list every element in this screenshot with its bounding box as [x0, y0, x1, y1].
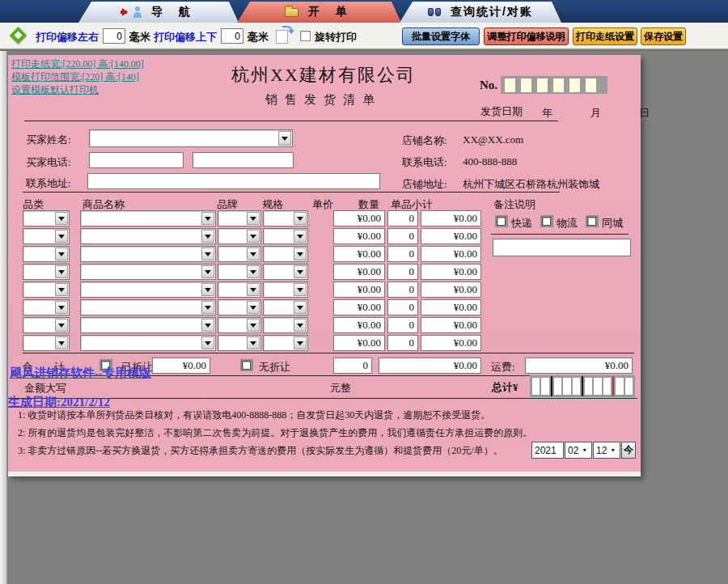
year-field[interactable]: 2021	[531, 442, 564, 459]
unit-price-input[interactable]	[333, 210, 385, 226]
remark-input[interactable]	[493, 239, 631, 256]
total-amount-input[interactable]	[379, 358, 481, 374]
today-button[interactable]: 今	[621, 442, 636, 459]
same-city-checkbox[interactable]	[586, 215, 599, 227]
qty-input[interactable]	[387, 264, 418, 280]
logistics-checkbox[interactable]	[540, 215, 553, 227]
col-header-unit-price: 单价	[312, 197, 333, 212]
buyer-phone-input-2[interactable]	[193, 152, 294, 168]
express-checkbox[interactable]	[495, 215, 508, 227]
product-select[interactable]	[80, 210, 216, 226]
spec-select[interactable]	[263, 228, 308, 244]
spec-select[interactable]	[263, 335, 308, 351]
brand-select[interactable]	[218, 299, 261, 315]
unit-price-input[interactable]	[333, 228, 385, 244]
unit-price-input[interactable]	[333, 281, 385, 298]
save-settings-button[interactable]: 保存设置	[641, 28, 686, 45]
paper-feed-settings-button[interactable]: 打印走纸设置	[573, 28, 637, 45]
product-select[interactable]	[80, 317, 216, 333]
buyer-phone-input-1[interactable]	[89, 152, 184, 168]
category-select[interactable]	[23, 210, 70, 226]
subtotal-input[interactable]	[421, 281, 481, 298]
product-select[interactable]	[80, 246, 216, 262]
spec-select[interactable]	[263, 210, 308, 226]
generated-date-link[interactable]: 生成日期:2021/2/12	[8, 395, 110, 410]
qty-input[interactable]	[387, 210, 418, 226]
brand-select[interactable]	[218, 264, 261, 280]
unit-price-input[interactable]	[333, 335, 385, 351]
brand-select[interactable]	[218, 228, 261, 244]
buyer-address-label: 联系地址:	[26, 176, 71, 191]
template-range-link[interactable]: 模板打印范围宽:[220] 高:[140]	[11, 70, 139, 84]
month-field[interactable]: 02▼	[565, 442, 592, 459]
freight-input[interactable]	[525, 358, 633, 374]
store-name-label: 店铺名称:	[402, 133, 447, 148]
brand-select[interactable]	[218, 281, 261, 298]
category-select[interactable]	[23, 281, 70, 298]
unit-price-input[interactable]	[333, 264, 385, 280]
qty-input[interactable]	[387, 299, 418, 315]
qty-input[interactable]	[387, 335, 418, 351]
category-select[interactable]	[23, 317, 70, 333]
tab-query-statistics[interactable]: 查询统计/对账	[400, 2, 561, 23]
day-field[interactable]: 12▼	[593, 442, 620, 459]
product-select[interactable]	[80, 281, 216, 298]
tab-billing-label: 开 单	[308, 5, 353, 19]
category-select[interactable]	[23, 335, 70, 351]
subtotal-input[interactable]	[421, 317, 481, 333]
subtotal-input[interactable]	[421, 210, 481, 226]
category-select[interactable]	[23, 264, 70, 280]
brand-select[interactable]	[218, 210, 261, 226]
subtotal-input[interactable]	[421, 335, 481, 351]
no-discount-checkbox[interactable]	[240, 359, 253, 371]
unit-price-input[interactable]	[333, 299, 385, 315]
tab-navigation[interactable]: 导 航	[78, 2, 239, 23]
spec-select[interactable]	[263, 317, 308, 333]
offset-lr-input[interactable]	[103, 28, 125, 44]
qty-input[interactable]	[387, 281, 418, 298]
category-select[interactable]	[23, 228, 70, 244]
freight-label: 运费:	[491, 360, 515, 375]
chevron-down-icon[interactable]	[278, 131, 291, 146]
batch-font-button[interactable]: 批量设置字体	[402, 28, 480, 45]
unit-price-input[interactable]	[333, 246, 385, 262]
spec-select[interactable]	[263, 299, 308, 315]
brand-select[interactable]	[218, 317, 261, 333]
vendor-template-link[interactable]: 飓风进销存软件--专用模版	[10, 366, 151, 381]
discount-amount-input[interactable]	[152, 358, 210, 374]
offset-tb-input[interactable]	[221, 28, 243, 44]
store-address-value: 杭州下城区石桥路杭州装饰城	[463, 177, 599, 192]
tab-billing[interactable]: 开 单	[237, 2, 401, 23]
spec-select[interactable]	[263, 281, 308, 298]
brand-select[interactable]	[218, 335, 261, 351]
spec-select[interactable]	[263, 246, 308, 262]
category-select[interactable]	[23, 246, 70, 262]
tab-query-statistics-label: 查询统计/对账	[451, 5, 533, 19]
brand-select[interactable]	[218, 246, 261, 262]
product-select[interactable]	[80, 335, 216, 351]
product-select[interactable]	[80, 264, 216, 280]
subtotal-input[interactable]	[421, 246, 481, 262]
invoice-number-boxes	[501, 76, 607, 94]
note-2: 2: 所有的退货均是包装完好整洁，不影响第二次售卖为前提。对于退换货产生的费用，…	[18, 426, 532, 440]
subtotal-input[interactable]	[421, 264, 481, 280]
default-printer-link[interactable]: 设置模板默认打印机	[11, 83, 99, 97]
qty-input[interactable]	[387, 246, 418, 262]
adjust-offset-help-button[interactable]: 调整打印偏移说明	[484, 28, 569, 45]
product-select[interactable]	[80, 228, 216, 244]
total-qty-input[interactable]	[333, 358, 372, 374]
subtotal-input[interactable]	[421, 299, 481, 315]
category-select[interactable]	[23, 299, 70, 315]
subtotal-input[interactable]	[421, 228, 481, 244]
rotate-print-checkbox[interactable]	[300, 31, 311, 41]
buyer-address-input[interactable]	[87, 173, 380, 189]
paper-size-link[interactable]: 打印走纸宽:[220.00] 高:[140.00]	[11, 57, 144, 71]
buyer-name-select[interactable]	[89, 129, 293, 147]
qty-input[interactable]	[387, 317, 418, 333]
remark-rule	[491, 234, 629, 235]
spec-select[interactable]	[263, 264, 308, 280]
product-select[interactable]	[80, 299, 216, 315]
unit-price-input[interactable]	[333, 317, 385, 333]
qty-input[interactable]	[387, 228, 418, 244]
workspace: 打印走纸宽:[220.00] 高:[140.00] 模板打印范围宽:[220] …	[0, 50, 728, 584]
